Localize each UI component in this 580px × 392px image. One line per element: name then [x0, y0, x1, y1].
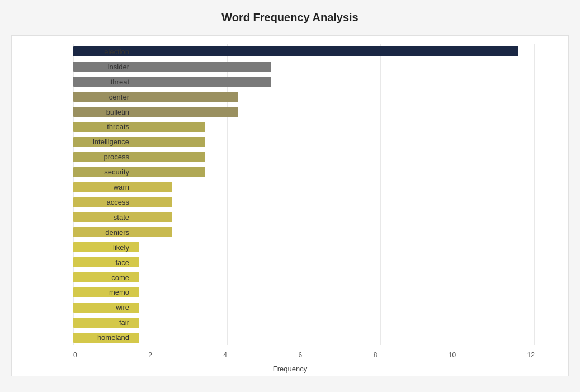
bar-row: election — [73, 44, 535, 59]
bar-track — [73, 315, 535, 330]
bar-label: election — [79, 48, 135, 56]
bar-row: warn — [73, 180, 535, 195]
bar-track — [73, 89, 535, 105]
bar-track — [73, 225, 535, 240]
bar-row: deniers — [73, 225, 535, 240]
bar-label: center — [79, 93, 135, 101]
bar-track — [73, 210, 535, 225]
bar-label: come — [79, 273, 135, 282]
bar-label: face — [79, 258, 135, 267]
bar-track — [73, 134, 535, 149]
bar-track — [73, 164, 535, 180]
bar-track — [73, 180, 535, 195]
bar-track — [73, 149, 535, 164]
bar-row: intelligence — [73, 134, 535, 149]
bar — [73, 46, 518, 56]
bar-label: bulletin — [79, 108, 135, 116]
bar-track — [73, 330, 535, 345]
chart-title: Word Frequency Analysis — [11, 11, 569, 24]
chart-container: Word Frequency Analysis electioninsidert… — [0, 0, 580, 392]
bar-track — [73, 59, 535, 74]
bar-track — [73, 74, 535, 89]
bar-row: center — [73, 89, 535, 105]
bar-label: state — [79, 213, 135, 221]
bar-label: homeland — [79, 333, 135, 342]
x-tick: 12 — [527, 351, 535, 359]
x-tick: 2 — [148, 351, 152, 359]
bar-row: state — [73, 210, 535, 225]
bar-row: insider — [73, 59, 535, 74]
bar-row: threats — [73, 120, 535, 135]
bar-row: wire — [73, 300, 535, 315]
bar-row: face — [73, 255, 535, 270]
bar-row: fair — [73, 315, 535, 330]
bar-label: warn — [79, 183, 135, 191]
bar-track — [73, 44, 535, 59]
x-tick: 6 — [298, 351, 302, 359]
bar-track — [73, 285, 535, 300]
bar-row: homeland — [73, 330, 535, 345]
bar-track — [73, 240, 535, 255]
bar-label: threat — [79, 78, 135, 86]
x-tick: 4 — [223, 351, 227, 359]
x-axis: 024681012 — [73, 351, 535, 359]
bar-row: likely — [73, 240, 535, 255]
bar-row: come — [73, 270, 535, 285]
bar-label: threats — [79, 122, 135, 131]
bar-track — [73, 255, 535, 270]
bar-row: memo — [73, 285, 535, 300]
bar-label: insider — [79, 63, 135, 71]
bar-track — [73, 195, 535, 210]
bar-row: security — [73, 164, 535, 180]
bar-track — [73, 105, 535, 120]
bars-wrapper: electioninsiderthreatcenterbulletinthrea… — [73, 44, 535, 345]
bar-label: intelligence — [79, 138, 135, 146]
bar-label: wire — [79, 303, 135, 311]
chart-area: electioninsiderthreatcenterbulletinthrea… — [11, 35, 569, 376]
bar-label: security — [79, 168, 135, 176]
x-axis-label: Frequency — [12, 365, 568, 373]
x-tick: 8 — [374, 351, 378, 359]
bar-label: deniers — [79, 228, 135, 237]
bar-label: memo — [79, 288, 135, 296]
bar-row: bulletin — [73, 105, 535, 120]
bar-row: access — [73, 195, 535, 210]
bar-track — [73, 120, 535, 135]
x-tick: 0 — [73, 351, 77, 359]
bar-track — [73, 300, 535, 315]
bar-label: likely — [79, 243, 135, 252]
bar-label: process — [79, 153, 135, 161]
x-tick: 10 — [449, 351, 456, 359]
bar-row: process — [73, 149, 535, 164]
bar-row: threat — [73, 74, 535, 89]
bar-label: fair — [79, 318, 135, 327]
bar-label: access — [79, 198, 135, 206]
bar-track — [73, 270, 535, 285]
